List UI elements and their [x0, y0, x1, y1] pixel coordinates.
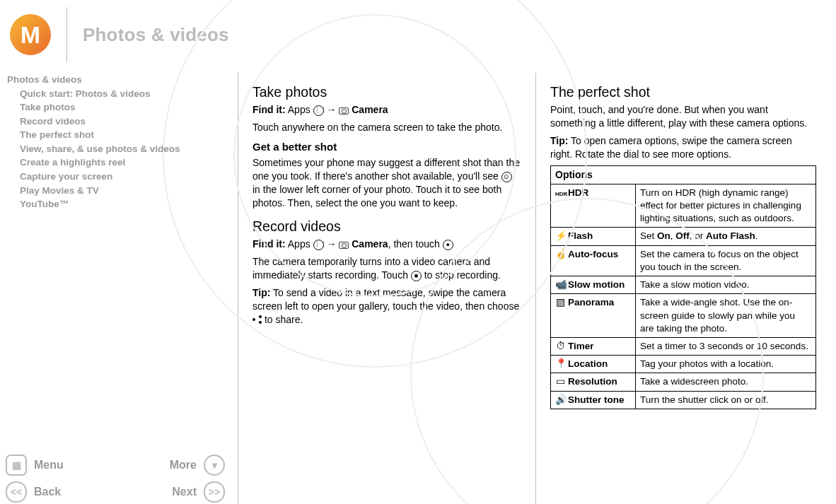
suggest-icon: ⊙: [501, 172, 512, 182]
toc-head[interactable]: Photos & videos: [7, 73, 236, 87]
find-it-label-2: Find it:: [252, 238, 286, 250]
opt-name: Auto-focus: [568, 249, 618, 259]
flash-icon: ⚡: [555, 230, 566, 242]
camera-label-2: Camera: [349, 238, 388, 250]
arrow-text-2: →: [324, 238, 339, 250]
location-icon: 📍: [555, 358, 566, 370]
opt-autofocus-desc: Set the camera to focus on the object yo…: [636, 245, 816, 276]
perfect-tip: Tip: To open camera options, swipe the c…: [550, 134, 816, 161]
table-row: ▧Panorama Take a wide-angle shot. Use th…: [551, 294, 816, 338]
apps-text-2: Apps: [286, 238, 313, 250]
next-label: Next: [172, 486, 197, 498]
footer-nav: ▦ Menu More ▾ << Back Next >>: [6, 449, 225, 503]
opt-resolution: ▭Resolution: [551, 373, 636, 391]
toc-item-play-movies[interactable]: Play Movies & TV: [20, 184, 236, 198]
tip-label: Tip:: [252, 287, 270, 298]
tip-b: to share.: [262, 314, 303, 325]
opt-hdr: HDRHDR: [551, 184, 636, 228]
opt-resolution-desc: Take a widescreen photo.: [636, 373, 816, 391]
toc-item-view-share[interactable]: View, share, & use photos & videos: [20, 142, 236, 156]
find-it-label: Find it:: [252, 104, 286, 115]
table-row: ☝Auto-focus Set the camera to focus on t…: [551, 245, 816, 276]
shutter-icon: 🔊: [555, 394, 566, 406]
opt-location: 📍Location: [551, 356, 636, 373]
opt-name: Shutter tone: [568, 394, 625, 405]
better-body: Sometimes your phone may suggest a diffe…: [252, 156, 521, 210]
take-body: Touch anywhere on the camera screen to t…: [252, 121, 521, 134]
more-button[interactable]: More ▾: [170, 455, 225, 476]
share-icon: [252, 315, 262, 324]
more-icon: ▾: [204, 455, 225, 476]
better-a: Sometimes your phone may suggest a diffe…: [252, 157, 520, 182]
menu-label: Menu: [34, 459, 64, 471]
back-button[interactable]: << Back: [6, 481, 61, 503]
autofocus-icon: ☝: [555, 248, 566, 261]
opt-flash: ⚡Flash: [551, 228, 636, 245]
apps-icon-2: ⋮⋮: [313, 240, 324, 250]
perfect-body: Point, touch, and you're done. But when …: [550, 103, 816, 130]
table-row: ▭Resolution Take a widescreen photo.: [551, 373, 816, 391]
header-divider: [66, 7, 67, 62]
camera-icon: [339, 107, 349, 115]
opt-flash-desc: Set On, Off, or Auto Flash.: [636, 228, 816, 245]
opt-shutter: 🔊Shutter tone: [551, 391, 636, 409]
opt-name: Resolution: [568, 376, 617, 387]
apps-text: Apps: [286, 104, 313, 115]
toc-item-perfect-shot[interactable]: The perfect shot: [20, 128, 236, 142]
toc-item-youtube[interactable]: YouTube™: [20, 197, 236, 211]
menu-icon: ▦: [6, 455, 27, 476]
opt-name: Location: [568, 358, 608, 369]
back-label: Back: [34, 486, 61, 498]
tip-a: To send a video in a text message, swipe…: [252, 287, 519, 312]
opt-name: Timer: [568, 341, 594, 351]
record-tip: Tip: To send a video in a text message, …: [252, 286, 521, 327]
camera-icon-2: [339, 242, 349, 249]
heading-perfect-shot: The perfect shot: [550, 83, 816, 101]
find-it-take: Find it: Apps ⋮⋮ → Camera: [252, 103, 521, 117]
better-b: in the lower left corner of your photo. …: [252, 184, 501, 209]
apps-icon: ⋮⋮: [313, 105, 324, 116]
tip-label-2: Tip:: [550, 135, 568, 146]
opt-name: Slow motion: [568, 279, 625, 290]
opt-panorama-desc: Take a wide-angle shot. Use the on-scree…: [636, 294, 816, 338]
opt-autofocus: ☝Auto-focus: [551, 245, 636, 276]
toc-item-take-photos[interactable]: Take photos: [20, 100, 236, 115]
content-column-1: Take photos Find it: Apps ⋮⋮ → Camera To…: [238, 73, 535, 504]
table-row: HDRHDR Turn on HDR (high dynamic range) …: [551, 184, 816, 228]
timer-icon: ⏱: [555, 340, 566, 353]
stop-icon: ■: [411, 271, 422, 281]
next-button[interactable]: Next >>: [172, 481, 225, 503]
header: M Photos & videos: [0, 0, 836, 73]
opt-panorama: ▧Panorama: [551, 294, 636, 338]
table-of-contents: Photos & videos Quick start: Photos & vi…: [7, 73, 236, 211]
resolution-icon: ▭: [555, 375, 566, 388]
opt-timer: ⏱Timer: [551, 337, 636, 355]
video-record-icon: ●: [443, 240, 453, 250]
toc-item-record-videos[interactable]: Record videos: [20, 115, 236, 129]
options-table: Options HDRHDR Turn on HDR (high dynamic…: [550, 165, 816, 409]
menu-button[interactable]: ▦ Menu: [6, 455, 64, 476]
toc-item-highlights[interactable]: Create a highlights reel: [20, 156, 236, 170]
camera-label: Camera: [349, 104, 388, 115]
content-column-2: The perfect shot Point, touch, and you'r…: [536, 73, 830, 504]
opt-timer-desc: Set a timer to 3 seconds or 10 seconds.: [636, 337, 816, 355]
toc-item-capture-screen[interactable]: Capture your screen: [20, 170, 236, 184]
table-row: 🔊Shutter tone Turn the shutter click on …: [551, 391, 816, 409]
opt-hdr-desc: Turn on HDR (high dynamic range) effect …: [636, 184, 816, 228]
opt-shutter-desc: Turn the shutter click on or off.: [636, 391, 816, 409]
arrow-text: →: [324, 104, 339, 115]
opt-location-desc: Tag your photos with a location.: [636, 356, 816, 373]
toc-item-quickstart[interactable]: Quick start: Photos & videos: [20, 87, 236, 101]
heading-better-shot: Get a better shot: [252, 140, 521, 154]
table-row: 📍Location Tag your photos with a locatio…: [551, 356, 816, 373]
heading-take-photos: Take photos: [252, 83, 521, 101]
opt-slowmotion-desc: Take a slow motion video.: [636, 276, 816, 294]
opt-name: Flash: [568, 230, 593, 241]
sidebar: Photos & videos Quick start: Photos & vi…: [0, 73, 238, 504]
hdr-icon: HDR: [555, 191, 566, 199]
opt-name: Panorama: [568, 297, 614, 307]
back-icon: <<: [6, 481, 27, 503]
brand-logo: M: [10, 14, 51, 55]
then-touch: , then touch: [388, 238, 443, 250]
tip-body-2: To open camera options, swipe the camera…: [550, 135, 792, 160]
